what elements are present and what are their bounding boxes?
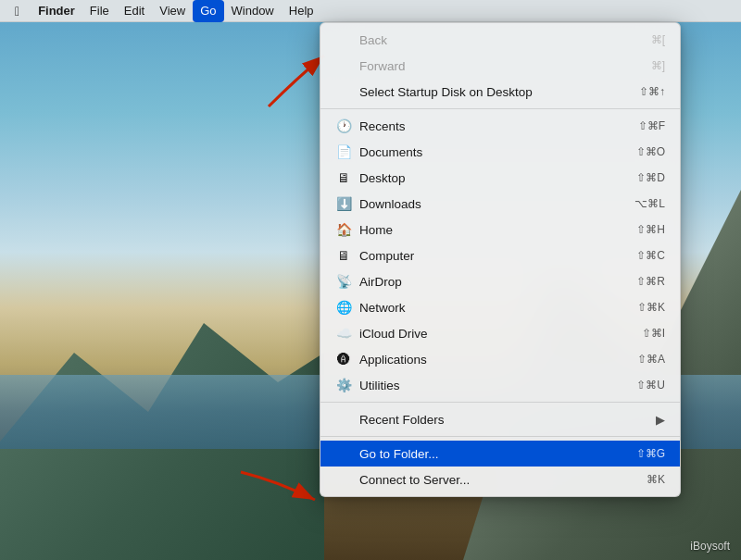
view-label: View [159,4,185,18]
menu-item-startup-disk[interactable]: Select Startup Disk on Desktop ⇧⌘↑ [320,79,680,105]
menu-item-network[interactable]: 🌐 Network ⇧⌘K [320,294,680,320]
go-to-folder-label: Go to Folder... [359,447,439,461]
icloud-drive-shortcut: ⇧⌘I [642,327,665,340]
recents-icon: 🕐 [335,118,352,134]
applications-shortcut: ⇧⌘A [637,353,665,366]
menu-item-downloads-left: ⬇️ Downloads [335,195,421,212]
home-icon: 🏠 [335,221,352,238]
menu-item-icloud-left: ☁️ iCloud Drive [335,325,428,342]
finder-label: Finder [38,4,75,18]
menu-item-airdrop[interactable]: 📡 AirDrop ⇧⌘R [320,268,680,294]
icloud-drive-label: iCloud Drive [359,327,428,341]
menu-item-connect-left: Connect to Server... [335,473,470,487]
recents-label: Recents [359,119,406,133]
back-label: Back [359,33,387,47]
menu-item-forward[interactable]: Forward ⌘] [320,53,680,79]
menu-item-connect-to-server[interactable]: Connect to Server... ⌘K [320,467,680,492]
recents-shortcut: ⇧⌘F [638,119,665,132]
go-menu[interactable]: Go [193,0,223,22]
menu-item-recents-left: 🕐 Recents [335,118,406,134]
menu-item-home-left: 🏠 Home [335,221,393,238]
menu-item-desktop-left: 🖥 Desktop [335,169,406,186]
airdrop-shortcut: ⇧⌘R [636,275,665,288]
apple-menu[interactable]:  [7,0,31,22]
back-shortcut: ⌘[ [651,33,665,46]
file-label: File [90,4,109,18]
applications-icon: 🅐 [335,351,352,367]
separator-2 [320,402,680,403]
downloads-icon: ⬇️ [335,195,352,212]
window-menu[interactable]: Window [224,0,282,22]
file-menu[interactable]: File [82,0,117,22]
menu-item-utilities-left: ⚙️ Utilities [335,377,400,393]
menu-item-recents[interactable]: 🕐 Recents ⇧⌘F [320,113,680,139]
home-label: Home [359,223,393,237]
icloud-icon: ☁️ [335,325,352,342]
menu-item-go-to-folder-left: Go to Folder... [335,447,439,461]
computer-shortcut: ⇧⌘C [636,249,665,262]
documents-icon: 📄 [335,143,352,160]
menu-item-documents-left: 📄 Documents [335,143,422,160]
menu-item-computer-left: 🖥 Computer [335,247,414,264]
documents-shortcut: ⇧⌘O [636,145,665,158]
forward-label: Forward [359,59,406,73]
menu-item-network-left: 🌐 Network [335,299,406,316]
menu-item-recent-folders-left: Recent Folders [335,413,445,427]
computer-icon: 🖥 [335,247,352,264]
network-icon: 🌐 [335,299,352,316]
menu-item-back-left: Back [335,33,387,47]
connect-to-server-shortcut: ⌘K [647,473,665,486]
menu-item-back[interactable]: Back ⌘[ [320,27,680,53]
edit-menu[interactable]: Edit [117,0,152,22]
menu-item-home[interactable]: 🏠 Home ⇧⌘H [320,217,680,243]
menu-item-recent-folders[interactable]: Recent Folders ▶ [320,406,680,432]
recent-folders-label: Recent Folders [359,413,445,427]
go-dropdown-menu: Back ⌘[ Forward ⌘] Select Startup Disk o… [320,22,681,497]
finder-menu[interactable]: Finder [31,0,82,22]
downloads-label: Downloads [359,197,421,211]
separator-3 [320,436,680,437]
view-menu[interactable]: View [152,0,193,22]
menu-item-downloads[interactable]: ⬇️ Downloads ⌥⌘L [320,191,680,217]
apple-icon:  [15,4,19,19]
menu-item-applications-left: 🅐 Applications [335,351,427,367]
airdrop-icon: 📡 [335,273,352,290]
menu-item-icloud-drive[interactable]: ☁️ iCloud Drive ⇧⌘I [320,320,680,346]
utilities-shortcut: ⇧⌘U [636,379,665,392]
startup-disk-label: Select Startup Disk on Desktop [359,85,533,99]
menu-item-documents[interactable]: 📄 Documents ⇧⌘O [320,139,680,165]
startup-disk-shortcut: ⇧⌘↑ [639,85,665,98]
menu-item-computer[interactable]: 🖥 Computer ⇧⌘C [320,243,680,268]
go-label: Go [200,4,216,18]
separator-1 [320,108,680,109]
home-shortcut: ⇧⌘H [636,223,665,236]
applications-label: Applications [359,353,427,367]
arrow-bottom [222,454,333,518]
edit-label: Edit [124,4,144,18]
desktop-shortcut: ⇧⌘D [636,171,665,184]
airdrop-label: AirDrop [359,275,402,289]
menu-item-go-to-folder[interactable]: Go to Folder... ⇧⌘G [320,441,680,467]
menu-item-forward-left: Forward [335,59,406,73]
iboy-watermark: iBoysoft [690,540,730,553]
network-label: Network [359,301,406,315]
help-menu[interactable]: Help [282,0,321,22]
recent-folders-arrow: ▶ [656,413,665,427]
menu-item-startup-left: Select Startup Disk on Desktop [335,85,533,99]
menu-item-airdrop-left: 📡 AirDrop [335,273,402,290]
utilities-icon: ⚙️ [335,377,352,393]
menu-item-applications[interactable]: 🅐 Applications ⇧⌘A [320,346,680,372]
utilities-label: Utilities [359,379,400,392]
desktop-label: Desktop [359,171,406,185]
computer-label: Computer [359,249,414,263]
window-label: Window [232,4,274,18]
menu-item-utilities[interactable]: ⚙️ Utilities ⇧⌘U [320,372,680,398]
documents-label: Documents [359,145,422,159]
network-shortcut: ⇧⌘K [637,301,665,314]
menubar:  Finder File Edit View Go Window Help [0,0,741,22]
go-to-folder-shortcut: ⇧⌘G [636,447,665,460]
forward-shortcut: ⌘] [651,59,665,72]
menu-item-desktop[interactable]: 🖥 Desktop ⇧⌘D [320,165,680,191]
desktop-icon: 🖥 [335,169,352,186]
downloads-shortcut: ⌥⌘L [634,197,665,210]
